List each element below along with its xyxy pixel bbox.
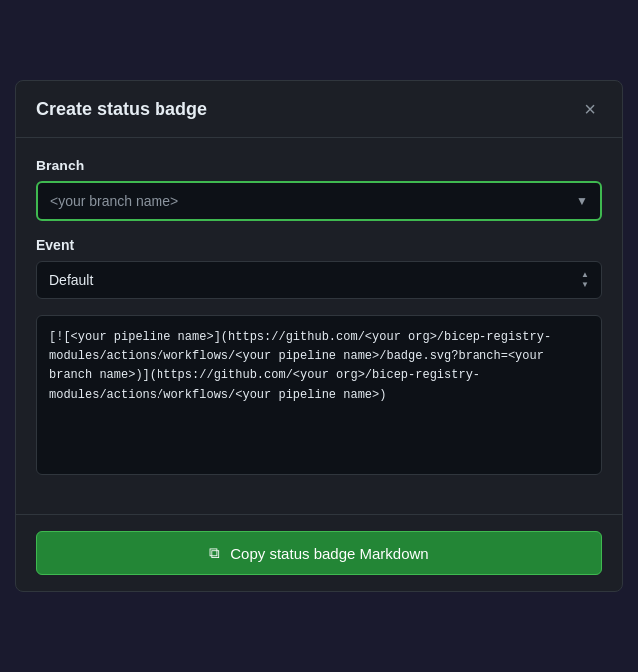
branch-label: Branch xyxy=(36,158,602,173)
copy-markdown-button[interactable]: ⧉ Copy status badge Markdown xyxy=(36,531,602,575)
modal-overlay: Create status badge × Branch <your branc… xyxy=(0,0,638,672)
modal-header: Create status badge × xyxy=(16,81,622,138)
event-field-group: Event Default xyxy=(36,237,602,299)
event-select[interactable]: Default xyxy=(37,262,601,298)
modal-footer: ⧉ Copy status badge Markdown xyxy=(16,514,622,591)
markdown-field-group xyxy=(36,315,602,479)
branch-field-group: Branch <your branch name> ▼ xyxy=(36,158,602,221)
branch-select-wrapper: <your branch name> ▼ xyxy=(36,181,602,221)
modal-body: Branch <your branch name> ▼ Event Defaul… xyxy=(16,138,622,514)
close-button[interactable]: × xyxy=(578,97,602,121)
copy-icon: ⧉ xyxy=(209,544,220,562)
copy-button-label: Copy status badge Markdown xyxy=(230,545,428,562)
event-label: Event xyxy=(36,237,602,253)
modal-title: Create status badge xyxy=(36,99,207,120)
event-select-wrapper: Default xyxy=(36,261,602,299)
create-status-badge-modal: Create status badge × Branch <your branc… xyxy=(15,80,623,592)
branch-select[interactable]: <your branch name> xyxy=(38,183,600,219)
markdown-textarea[interactable] xyxy=(36,315,602,475)
